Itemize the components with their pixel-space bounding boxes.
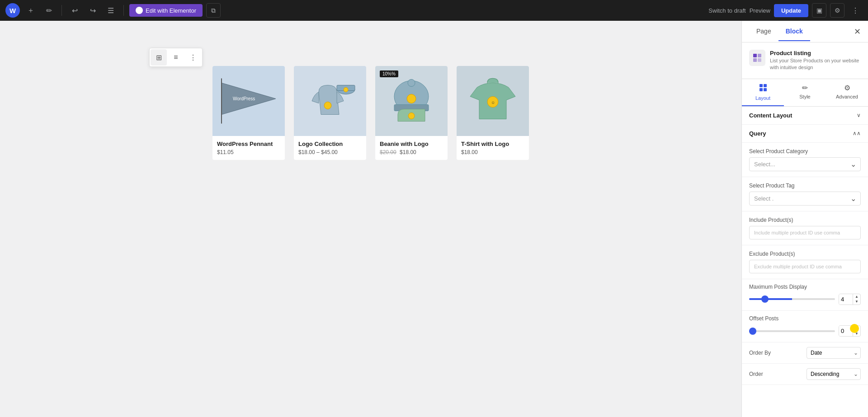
svg-point-11 [408,113,415,119]
copy-button[interactable]: ⧉ [206,3,221,18]
offset-posts-slider-row: ▲ ▼ [749,325,861,337]
select-product-tag-input[interactable]: Select . [749,192,861,206]
exclude-products-input[interactable] [749,260,861,273]
toolbar-separator-2 [123,5,124,16]
product-name: WordPress Pennant [217,141,280,147]
order-group: Order Descending Ascending [742,364,868,385]
tab-block[interactable]: Block [778,22,810,41]
offset-posts-slider[interactable] [749,330,835,332]
wp-logo-letter: W [9,7,16,14]
grid-icon: ⊞ [156,53,162,62]
redo-icon: ↪ [90,6,96,15]
select-product-tag-group: Select Product Tag Select . [742,177,868,211]
price-value: $11.05 [217,149,234,155]
max-posts-increment[interactable]: ▲ [853,294,860,300]
product-logo-collection-svg [294,66,366,136]
list-icon: ≡ [174,53,178,61]
right-panel: Page Block ✕ Product listing List [741,21,868,417]
include-products-label: Include Product(s) [749,217,861,223]
tools-button[interactable]: ✏ [42,3,56,18]
order-select-wrap: Descending Ascending [807,368,861,380]
svg-rect-19 [764,84,767,87]
tab-page[interactable]: Page [749,22,778,41]
add-block-button[interactable]: ＋ [24,3,38,18]
panel-content: Content Layout ∨ Query ∧ Select Product … [742,107,868,417]
svg-point-6 [344,88,348,92]
undo-button[interactable]: ↩ [67,3,82,18]
block-more-button[interactable]: ⋮ [185,49,201,66]
max-posts-decrement[interactable]: ▼ [853,299,860,305]
order-select[interactable]: Descending Ascending [807,368,861,380]
svg-point-10 [407,94,416,103]
tab-block-label: Block [786,28,803,35]
grid-view-button[interactable]: ⊞ [151,49,167,66]
advanced-icon: ⚙ [844,84,850,92]
product-image-wrap: 10%% [375,66,448,136]
more-options-button[interactable]: ⋮ [848,3,863,18]
list-view-button-block[interactable]: ≡ [168,49,184,66]
panel-close-button[interactable]: ✕ [854,27,861,37]
select-product-category-group: Select Product Category Select... [742,143,868,177]
sub-tab-advanced[interactable]: ⚙ Advanced [826,79,868,106]
layout-icon [759,84,767,94]
block-title: Product listing [770,50,861,56]
sub-tab-layout-label: Layout [755,95,770,101]
preview-label: Preview [750,7,770,14]
sub-tab-style[interactable]: ✏ Style [784,79,826,106]
sub-tab-style-label: Style [799,94,810,99]
block-toolbar: ⊞ ≡ ⋮ [149,48,203,67]
block-desc: List your Store Products on your website… [770,57,861,71]
style-icon: ✏ [802,84,808,92]
product-price: $11.05 [217,149,280,155]
copy-icon: ⧉ [211,7,216,14]
select-product-category-label: Select Product Category [749,148,861,155]
svg-rect-21 [764,88,767,91]
query-label: Query [749,130,766,137]
product-name: Logo Collection [298,141,362,147]
update-button[interactable]: Update [774,4,808,17]
offset-posts-label: Offset Posts [749,315,861,322]
sub-tab-advanced-label: Advanced [836,94,858,99]
max-posts-slider[interactable] [749,298,835,300]
svg-rect-17 [758,58,761,62]
query-chevron: ∧ [853,130,861,136]
content-layout-chevron: ∨ [857,112,861,118]
wp-logo[interactable]: W [5,3,20,18]
select-product-tag-label: Select Product Tag [749,183,861,189]
list-view-button[interactable]: ☰ [104,3,118,18]
product-listing-icon [753,53,762,62]
toolbar-separator-1 [61,5,62,16]
sub-tab-layout[interactable]: Layout [742,79,784,106]
svg-rect-18 [760,84,763,87]
order-by-select[interactable]: Date Title Price [807,347,861,359]
product-image-wrap: WordPress [212,66,285,136]
redo-button[interactable]: ↪ [85,3,100,18]
preview-button[interactable]: Preview [750,7,770,14]
block-info-text: Product listing List your Store Products… [770,50,861,71]
svg-point-3 [324,102,331,109]
top-toolbar: W ＋ ✏ ↩ ↪ ☰ Edit with Elementor ⧉ Switch… [0,0,868,21]
elementor-label: Edit with Elementor [146,7,196,14]
include-products-input[interactable] [749,226,861,239]
svg-point-9 [408,80,415,87]
block-more-icon: ⋮ [189,53,197,62]
sub-tabs: Layout ✏ Style ⚙ Advanced [742,79,868,107]
content-layout-label: Content Layout [749,112,792,119]
main-area: ⊞ ≡ ⋮ WordPress [0,21,868,417]
toolbar-right: Switch to draft Preview Update ▣ ⚙ ⋮ [708,3,863,18]
product-pennant-svg: WordPress [212,66,285,136]
select-product-category-input[interactable]: Select... [749,157,861,171]
svg-text:☺: ☺ [491,100,495,105]
product-card: Logo Collection $18.00 – $45.00 [294,66,366,160]
product-info: Logo Collection $18.00 – $45.00 [294,136,366,160]
panel-header: Page Block ✕ [742,21,868,42]
switch-draft-button[interactable]: Switch to draft [708,7,745,14]
query-section[interactable]: Query ∧ [742,125,868,143]
settings-button[interactable]: ⚙ [830,3,844,18]
elementor-button[interactable]: Edit with Elementor [129,4,203,17]
max-posts-value-input[interactable] [839,294,853,305]
view-toggle-button[interactable]: ▣ [812,3,826,18]
svg-rect-15 [758,54,761,57]
content-layout-section[interactable]: Content Layout ∨ [742,107,868,125]
product-badge: 10%% [380,70,398,77]
